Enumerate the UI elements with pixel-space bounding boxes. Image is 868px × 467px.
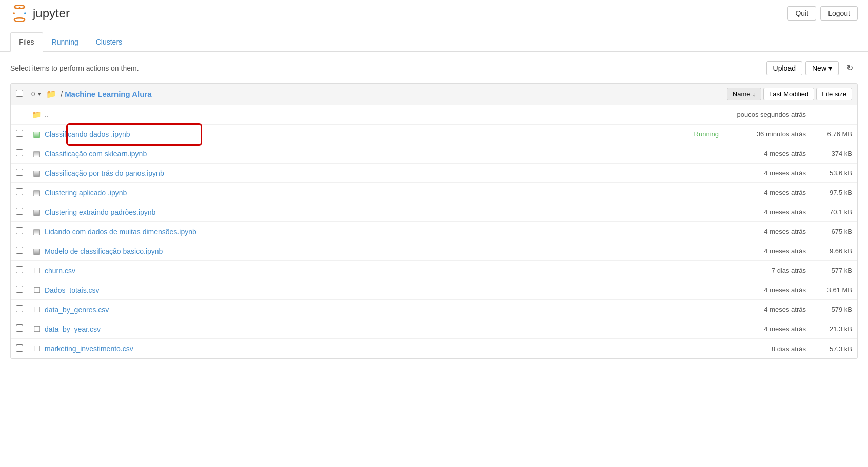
notebook-icon: ▤ (31, 188, 42, 197)
notebook-icon: ▤ (31, 227, 42, 236)
breadcrumb-folder-icon: 📁 (46, 89, 56, 99)
notebook-icon: ▤ (31, 149, 42, 158)
file-row: ▤ Modelo de classificação basico.ipynb 4… (11, 241, 857, 261)
file-row: ▤ Lidando com dados de muitas dimensões.… (11, 222, 857, 241)
row-check (16, 305, 31, 314)
file-row: ☐ data_by_year.csv 4 meses atrás 21.3 kB (11, 319, 857, 339)
file-size: 675 kB (816, 228, 852, 235)
file-modified: 4 meses atrás (724, 247, 806, 255)
file-modified: 4 meses atrás (724, 169, 806, 177)
file-modified: 36 minutos atrás (724, 130, 806, 138)
sort-lastmod-button[interactable]: Last Modified (763, 88, 814, 100)
table-header: 0 ▾ 📁 / Machine Learning Alura Name ↓ La… (11, 84, 857, 105)
file-table-wrapper: 0 ▾ 📁 / Machine Learning Alura Name ↓ La… (10, 83, 858, 359)
file-link[interactable]: Modelo de classificação basico.ipynb (45, 247, 719, 255)
sort-name-icon: ↓ (752, 90, 756, 98)
csv-icon: ☐ (31, 286, 42, 295)
file-checkbox[interactable] (16, 208, 23, 215)
file-modified: 4 meses atrás (724, 228, 806, 235)
file-checkbox[interactable] (16, 130, 23, 137)
file-size: 53.6 kB (816, 169, 852, 177)
sort-name-button[interactable]: Name ↓ (727, 88, 761, 100)
file-modified: 4 meses atrás (724, 286, 806, 294)
file-row: ☐ marketing_investimento.csv 8 dias atrá… (11, 339, 857, 358)
row-check (16, 227, 31, 236)
row-check (16, 130, 31, 138)
breadcrumb-sep: / (61, 90, 63, 98)
file-checkbox[interactable] (16, 286, 23, 293)
logo: jupyter (10, 4, 70, 23)
tab-files[interactable]: Files (10, 32, 43, 52)
file-checkbox[interactable] (16, 227, 23, 234)
file-row: ▤ Clustering aplicado .ipynb 4 meses atr… (11, 183, 857, 202)
file-modified: 7 dias atrás (724, 267, 806, 274)
file-modified: 4 meses atrás (724, 150, 806, 157)
file-link[interactable]: data_by_year.csv (45, 325, 719, 333)
sort-name-label: Name (733, 90, 751, 98)
csv-icon: ☐ (31, 344, 42, 353)
csv-icon: ☐ (31, 324, 42, 334)
row-check (16, 188, 31, 197)
new-button[interactable]: New ▾ (805, 61, 839, 75)
action-buttons: Upload New ▾ ↻ (766, 60, 858, 76)
file-link[interactable]: churn.csv (45, 267, 719, 275)
file-link[interactable]: Classificação por trás do panos.ipynb (45, 169, 719, 177)
count-dropdown-icon[interactable]: ▾ (38, 91, 41, 97)
file-size: 3.61 MB (816, 286, 852, 294)
select-all-check-cell (16, 90, 31, 98)
new-dropdown-icon: ▾ (828, 64, 832, 72)
modified-parent: poucos segundos atrás (724, 111, 806, 118)
tab-running[interactable]: Running (43, 32, 87, 52)
file-link[interactable]: Clustering extraindo padrões.ipynb (45, 208, 719, 216)
file-modified: 4 meses atrás (724, 208, 806, 216)
file-checkbox[interactable] (16, 188, 23, 195)
svg-point-1 (14, 18, 25, 21)
notebook-icon: ▤ (31, 208, 42, 217)
logout-button[interactable]: Logout (820, 6, 858, 21)
refresh-button[interactable]: ↻ (842, 60, 858, 76)
file-modified: 4 meses atrás (724, 325, 806, 333)
file-link[interactable]: data_by_genres.csv (45, 306, 719, 314)
upload-button[interactable]: Upload (766, 61, 802, 75)
file-link[interactable]: Clustering aplicado .ipynb (45, 189, 719, 197)
main-content: Select items to perform actions on them.… (0, 52, 868, 367)
notebook-icon: ▤ (31, 130, 42, 139)
actions-row: Select items to perform actions on them.… (10, 60, 858, 76)
notebook-icon: ▤ (31, 247, 42, 256)
file-link[interactable]: Classificação com sklearn.ipynb (45, 150, 719, 158)
selected-count: 0 (31, 90, 35, 98)
new-button-label: New (812, 64, 826, 72)
select-help-text: Select items to perform actions on them. (10, 64, 139, 72)
row-check (16, 344, 31, 353)
file-modified: 8 dias atrás (724, 345, 806, 353)
logo-text: jupyter (33, 6, 70, 21)
file-checkbox[interactable] (16, 305, 23, 312)
file-checkbox[interactable] (16, 247, 23, 254)
folder-up-icon: 📁 (31, 110, 42, 119)
file-size: 70.1 kB (816, 208, 852, 216)
file-checkbox[interactable] (16, 324, 23, 332)
sort-filesize-button[interactable]: File size (816, 88, 852, 100)
csv-icon: ☐ (31, 305, 42, 314)
file-checkbox[interactable] (16, 344, 23, 352)
row-check (16, 324, 31, 333)
file-link[interactable]: Dados_totais.csv (45, 286, 719, 294)
quit-button[interactable]: Quit (787, 6, 816, 21)
file-row: ▤ Classificação com sklearn.ipynb 4 mese… (11, 144, 857, 164)
file-checkbox[interactable] (16, 266, 23, 273)
tabs-bar: Files Running Clusters (0, 32, 868, 52)
file-size: 374 kB (816, 150, 852, 157)
file-checkbox[interactable] (16, 149, 23, 156)
file-link[interactable]: Classificando dados .ipynb (45, 130, 694, 138)
file-link[interactable]: Lidando com dados de muitas dimensões.ip… (45, 228, 719, 236)
select-all-checkbox[interactable] (16, 90, 23, 97)
row-check (16, 169, 31, 177)
file-row: ☐ data_by_genres.csv 4 meses atrás 579 k… (11, 300, 857, 319)
row-check (16, 149, 31, 158)
file-link-parent[interactable]: .. (45, 111, 719, 119)
file-row: ▤ Classificação por trás do panos.ipynb … (11, 164, 857, 183)
file-checkbox[interactable] (16, 169, 23, 176)
file-link[interactable]: marketing_investimento.csv (45, 344, 719, 353)
svg-point-2 (13, 12, 15, 14)
tab-clusters[interactable]: Clusters (87, 32, 131, 52)
